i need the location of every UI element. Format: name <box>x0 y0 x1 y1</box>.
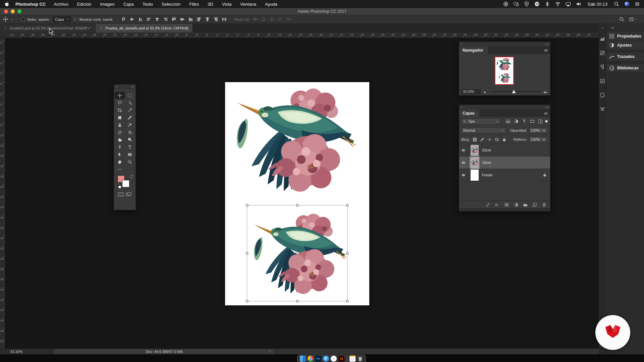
dist-right-icon[interactable] <box>213 17 218 22</box>
notification-list-icon[interactable] <box>635 1 640 7</box>
lock-artboard-icon[interactable] <box>495 137 499 142</box>
menu-ventana[interactable]: Ventana <box>240 2 256 7</box>
menu-selección[interactable]: Selección <box>162 2 180 7</box>
close-icon[interactable] <box>461 43 463 46</box>
auto-select-checkbox[interactable] <box>21 17 25 21</box>
transform-handle-w[interactable] <box>246 252 248 254</box>
zoom-in-icon[interactable] <box>543 90 548 93</box>
align-top-icon[interactable] <box>121 17 126 22</box>
transform-bounding-box[interactable] <box>247 205 347 301</box>
dock-item-music[interactable]: ♪ <box>331 356 337 362</box>
layer-name[interactable]: 23cm <box>482 148 491 152</box>
transform-handle-s[interactable] <box>296 300 299 302</box>
dock-item-chrome[interactable] <box>308 356 314 362</box>
vertical-ruler[interactable]: 8642024681012141618202224262830323436384… <box>0 38 5 349</box>
lock-pixels-icon[interactable] <box>480 137 484 142</box>
menubar-clock[interactable]: Sáb 20:13 <box>588 2 607 7</box>
3d-orbit-icon[interactable] <box>253 17 258 22</box>
panel-icon-character[interactable] <box>599 74 606 88</box>
menu-3d[interactable]: 3D <box>208 2 213 7</box>
layer-image-icon[interactable] <box>506 119 511 124</box>
collapse-icon[interactable]: «« <box>545 106 549 109</box>
siri-icon[interactable] <box>624 1 630 7</box>
panel-icon-tool-presets[interactable] <box>599 102 606 116</box>
status-doc-info[interactable]: Doc: 44.6 MB/57.0 MB <box>54 349 275 354</box>
apple-menu-icon[interactable] <box>4 1 9 7</box>
panel-button-trazados[interactable]: Trazados <box>606 52 644 61</box>
menu-filtro[interactable]: Filtro <box>189 2 199 7</box>
dist-spacing-icon[interactable] <box>222 17 227 22</box>
horizontal-ruler[interactable]: 4240383634323028262422201816141210864202… <box>5 33 599 38</box>
layer-styles-icon[interactable]: fx <box>495 202 500 207</box>
bucket-tool[interactable] <box>125 129 135 136</box>
panel-button-propiedades[interactable]: Propiedades <box>606 32 644 41</box>
align-left-icon[interactable] <box>146 17 151 22</box>
3d-roll-icon[interactable] <box>261 17 266 22</box>
3d-pan-icon[interactable] <box>269 17 274 22</box>
align-vcenter-icon[interactable] <box>129 17 135 22</box>
tab-layers[interactable]: Capas <box>459 110 479 117</box>
airplay-icon[interactable] <box>566 1 571 7</box>
wifi-icon[interactable] <box>555 1 560 7</box>
navigator-zoom-slider[interactable] <box>491 89 541 94</box>
menu-texto[interactable]: Texto <box>143 2 153 7</box>
dodge-tool[interactable] <box>125 136 135 143</box>
collapse-icon[interactable]: «« <box>545 43 549 46</box>
dist-top-icon[interactable] <box>171 17 176 22</box>
creative-cloud-icon[interactable] <box>534 1 540 7</box>
layer-thumbnail[interactable] <box>471 157 479 168</box>
dock-item-notes[interactable] <box>350 356 356 362</box>
dock-item-photoshop[interactable]: Ps <box>315 356 321 362</box>
new-layer-icon[interactable] <box>532 202 537 207</box>
collapse-icon[interactable]: «« <box>131 85 134 88</box>
wand-tool[interactable] <box>125 99 135 106</box>
document-tab-0[interactable]: Grulla02.psd al 33.3% (IlustraciónFinal,… <box>0 24 96 33</box>
transform-reference-point[interactable] <box>296 252 299 255</box>
layer-type-icon[interactable] <box>522 119 527 124</box>
layer-thumbnail[interactable] <box>471 170 479 181</box>
menu-edición[interactable]: Edición <box>77 2 92 7</box>
navigator-proxy-view[interactable] <box>495 57 514 85</box>
hand-tool[interactable] <box>115 158 125 165</box>
slider-thumb[interactable] <box>512 90 516 93</box>
pen-tool[interactable] <box>115 143 125 150</box>
close-icon[interactable] <box>100 27 103 30</box>
smudge-tool[interactable] <box>115 136 125 143</box>
brush-tool[interactable] <box>125 114 135 121</box>
search-icon[interactable] <box>619 17 624 22</box>
link-layers-icon[interactable] <box>485 202 490 207</box>
edit-toolbar-ellipsis[interactable] <box>115 166 135 173</box>
document-canvas[interactable] <box>225 82 369 305</box>
dist-bottom-icon[interactable] <box>188 17 193 22</box>
panel-icon-paragraph[interactable] <box>599 60 606 74</box>
transform-handle-ne[interactable] <box>346 204 348 206</box>
panel-icon-swatches[interactable] <box>599 46 606 60</box>
zoom-tool[interactable] <box>125 158 135 165</box>
align-right-icon[interactable] <box>163 17 168 22</box>
app-menu-title[interactable]: Photoshop CC <box>15 2 46 7</box>
location-icon[interactable] <box>524 1 529 7</box>
panel-menu-icon[interactable] <box>544 111 548 116</box>
screen-mode-button[interactable] <box>125 192 132 197</box>
3d-camera-icon[interactable] <box>286 17 291 22</box>
healing-tool[interactable] <box>115 114 125 121</box>
dock-item-trash[interactable] <box>357 356 363 362</box>
dist-vcenter-icon[interactable] <box>180 17 185 22</box>
collapse-icon[interactable]: « <box>601 26 603 29</box>
panel-button-ajustes[interactable]: Ajustes <box>606 41 644 50</box>
auto-select-dropdown[interactable]: Capa <box>53 16 71 22</box>
blend-mode-dropdown[interactable]: Normal <box>461 127 506 133</box>
layer-filter-dropdown[interactable]: Tipo <box>461 118 501 124</box>
status-zoom-field[interactable]: 33.33% <box>0 349 54 354</box>
layer-visibility-toggle[interactable] <box>459 169 468 181</box>
lock-transparent-icon[interactable] <box>473 137 477 142</box>
group-icon[interactable] <box>523 202 528 207</box>
swap-colors-icon[interactable] <box>130 175 133 178</box>
history-brush-tool[interactable] <box>125 121 135 128</box>
active-tool-icon[interactable] <box>3 16 8 22</box>
panel-resize-grip[interactable] <box>459 208 550 211</box>
collapse-icon[interactable]: «« <box>611 26 614 29</box>
panel-menu-icon[interactable] <box>544 48 548 53</box>
menu-archivo[interactable]: Archivo <box>54 2 68 7</box>
crop-tool[interactable] <box>115 107 125 114</box>
